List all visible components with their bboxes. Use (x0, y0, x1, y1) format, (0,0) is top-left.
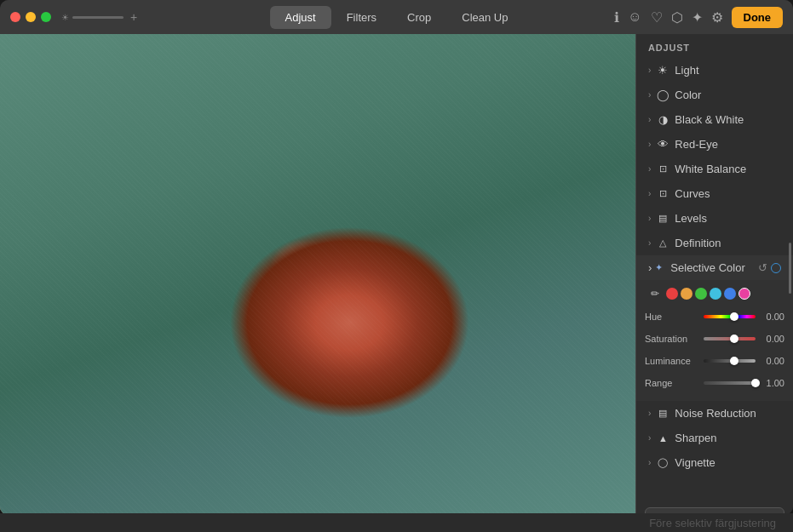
luminance-slider-row: Luminance 0.00 (645, 352, 784, 370)
circle-indicator[interactable] (771, 263, 781, 273)
saturation-value: 0.00 (759, 334, 784, 344)
vignette-label: Vignette (675, 456, 781, 469)
tab-crop[interactable]: Crop (392, 6, 446, 29)
range-slider-track[interactable] (704, 381, 756, 385)
caption-text: Före selektiv färgjustering (649, 517, 776, 529)
adjust-item-wb[interactable]: › ⊡ White Balance (636, 157, 793, 181)
saturation-slider-thumb[interactable] (730, 335, 738, 343)
range-slider-row: Range 1.00 (645, 374, 784, 392)
adjust-item-selective-color[interactable]: › ✦ Selective Color ↺ (636, 255, 793, 280)
hue-slider-thumb[interactable] (730, 312, 738, 321)
color-swatches: ✏ (645, 285, 784, 302)
adjust-item-noise[interactable]: › ▤ Noise Reduction (636, 401, 793, 426)
hue-value: 0.00 (759, 312, 784, 322)
bw-label: Black & White (675, 113, 781, 126)
adjust-item-light[interactable]: › ☀ Light (636, 58, 793, 83)
levels-icon: ▤ (656, 213, 669, 224)
adjust-item-bw[interactable]: › ◑ Black & White (636, 107, 793, 132)
tab-adjust[interactable]: Adjust (270, 6, 331, 29)
hue-slider-track[interactable] (704, 315, 756, 318)
selective-color-controls: ✏ Hue 0.00 Sa (636, 280, 793, 401)
selective-color-actions: ↺ (758, 261, 781, 274)
adjust-item-definition[interactable]: › △ Definition (636, 231, 793, 255)
range-slider-thumb[interactable] (751, 379, 760, 387)
luminance-slider-track[interactable] (704, 359, 756, 363)
adjust-item-redeye[interactable]: › 👁 Red-Eye (636, 132, 793, 157)
chevron-right-icon: › (648, 66, 651, 75)
swatch-red[interactable] (666, 288, 678, 300)
redeye-icon: 👁 (656, 138, 669, 151)
main-content: ADJUST › ☀ Light › ◯ Color › ◑ Black & W… (0, 34, 793, 515)
wb-icon: ⊡ (656, 163, 669, 174)
main-window: ☀ + Adjust Filters Crop Clean Up ℹ ☺ ♡ ⬡… (0, 0, 793, 515)
maximize-button[interactable] (41, 12, 51, 22)
photo-canvas (0, 34, 635, 515)
tab-cleanup[interactable]: Clean Up (446, 6, 523, 29)
brightness-slider[interactable] (72, 16, 124, 19)
range-label: Range (645, 378, 700, 388)
luminance-value: 0.00 (759, 356, 784, 366)
minimize-button[interactable] (26, 12, 36, 22)
titlebar: ☀ + Adjust Filters Crop Clean Up ℹ ☺ ♡ ⬡… (0, 0, 793, 34)
swatch-blue[interactable] (724, 288, 736, 300)
chevron-right-icon: › (648, 238, 651, 248)
right-panel: ADJUST › ☀ Light › ◯ Color › ◑ Black & W… (635, 34, 793, 515)
photo-image (0, 34, 635, 515)
noise-icon: ▤ (656, 408, 669, 419)
adjust-item-sharpen[interactable]: › ▲ Sharpen (636, 426, 793, 450)
vignette-icon: ◯ (656, 457, 669, 468)
saturation-slider-track[interactable] (704, 337, 756, 340)
sharpen-label: Sharpen (675, 432, 781, 444)
photo-area (0, 34, 635, 515)
hue-slider-row: Hue 0.00 (645, 307, 784, 326)
adjust-item-curves[interactable]: › ⊡ Curves (636, 181, 793, 206)
curves-icon: ⊡ (656, 188, 669, 199)
adjust-item-color[interactable]: › ◯ Color (636, 83, 793, 107)
swatch-orange[interactable] (681, 288, 692, 300)
saturation-slider-row: Saturation 0.00 (645, 329, 784, 348)
luminance-slider-thumb[interactable] (730, 357, 738, 365)
adjust-item-levels[interactable]: › ▤ Levels (636, 206, 793, 231)
traffic-lights (10, 12, 51, 22)
selective-color-label: Selective Color (670, 261, 758, 274)
saturation-label: Saturation (645, 334, 700, 344)
curves-label: Curves (675, 187, 781, 200)
chevron-right-icon: › (648, 140, 651, 149)
range-value: 1.00 (759, 378, 784, 388)
chevron-right-icon: › (648, 115, 651, 124)
close-button[interactable] (10, 12, 20, 22)
heart-icon[interactable]: ♡ (651, 9, 663, 26)
pencil-icon[interactable]: ✏ (648, 287, 662, 300)
color-label: Color (675, 89, 781, 101)
noise-label: Noise Reduction (675, 407, 781, 420)
chevron-right-icon: › (648, 189, 651, 198)
brightness-slider-area: ☀ + (61, 10, 137, 24)
swatch-cyan[interactable] (710, 288, 721, 300)
panel-section-title: ADJUST (636, 34, 793, 58)
levels-label: Levels (675, 212, 781, 225)
bw-icon: ◑ (656, 113, 669, 126)
scroll-indicator (789, 243, 791, 294)
info-icon[interactable]: ℹ (614, 9, 619, 26)
luminance-label: Luminance (645, 356, 700, 366)
tab-filters[interactable]: Filters (331, 6, 392, 29)
chevron-right-icon: › (648, 458, 651, 467)
wrench-icon[interactable]: ⚙ (711, 9, 723, 26)
reset-icon[interactable]: ↺ (758, 261, 767, 274)
definition-icon: △ (656, 237, 669, 249)
emoji-icon[interactable]: ☺ (628, 9, 641, 25)
chevron-right-icon: › (648, 90, 651, 100)
swatch-pink[interactable] (738, 288, 750, 300)
bottom-caption: Före selektiv färgjustering (0, 513, 793, 532)
nav-tabs: Adjust Filters Crop Clean Up (270, 6, 524, 29)
light-icon: ☀ (656, 64, 669, 77)
chevron-right-icon: › (648, 433, 651, 443)
magic-icon[interactable]: ✦ (692, 9, 703, 26)
swatch-green[interactable] (695, 288, 707, 300)
plus-button[interactable]: + (130, 10, 137, 24)
sun-small-icon: ☀ (61, 13, 69, 22)
adjust-item-vignette[interactable]: › ◯ Vignette (636, 450, 793, 475)
done-button[interactable]: Done (732, 7, 784, 28)
share-icon[interactable]: ⬡ (671, 9, 683, 26)
toolbar-right: ℹ ☺ ♡ ⬡ ✦ ⚙ Done (614, 7, 783, 28)
